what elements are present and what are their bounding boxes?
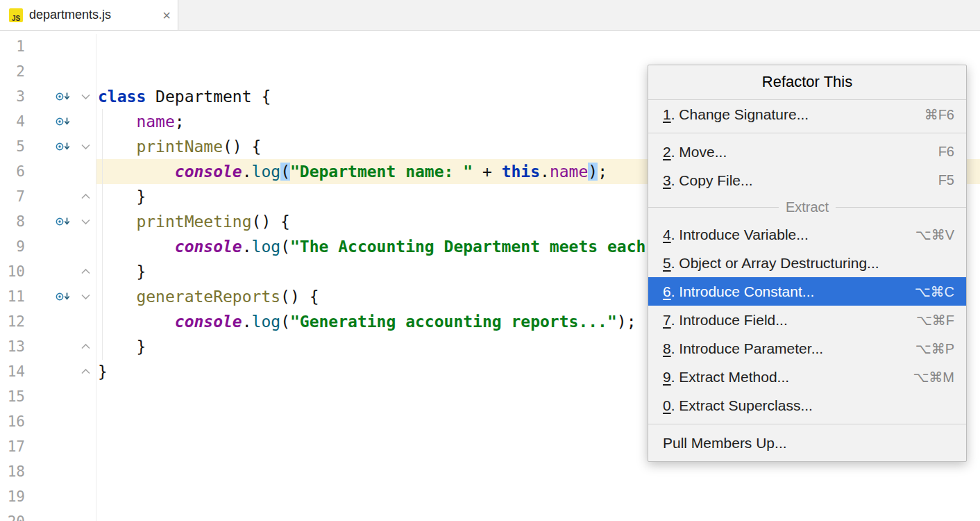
editor-line-18[interactable]: 18 [0, 459, 980, 484]
menu-item-5[interactable]: 5. Object or Array Destructuring... [648, 249, 966, 277]
implemented-marker-icon[interactable] [25, 284, 75, 309]
fold-down-icon[interactable] [75, 209, 96, 234]
menu-item-label: 1. Change Signature... [663, 106, 809, 123]
code-text[interactable] [96, 484, 980, 509]
implemented-marker-icon[interactable] [25, 134, 75, 159]
line-number: 8 [0, 209, 25, 234]
implemented-marker-icon[interactable] [25, 109, 75, 134]
fold-up-icon[interactable] [75, 334, 96, 359]
implemented-marker-icon[interactable] [25, 209, 75, 234]
menu-item-4[interactable]: 4. Introduce Variable...⌥⌘V [648, 220, 966, 249]
menu-shortcut: ⌥⌘M [896, 369, 954, 386]
line-number: 15 [0, 384, 25, 409]
code-text[interactable] [96, 509, 980, 521]
line-number: 5 [0, 134, 25, 159]
gutter-space [25, 159, 75, 184]
fold-space [75, 484, 96, 509]
line-number: 1 [0, 34, 25, 59]
line-number: 12 [0, 309, 25, 334]
menu-item-9[interactable]: 9. Extract Method...⌥⌘M [648, 363, 966, 391]
menu-item-label: 0. Extract Superclass... [663, 397, 813, 414]
menu-item-label: 8. Introduce Parameter... [663, 340, 823, 357]
line-number: 2 [0, 59, 25, 84]
menu-item-label: 4. Introduce Variable... [663, 226, 809, 243]
menu-shortcut: F6 [922, 144, 954, 160]
menu-item-label: 9. Extract Method... [663, 369, 789, 386]
gutter-space [25, 34, 75, 59]
refactor-this-popup: Refactor This 1. Change Signature...⌘F62… [648, 65, 967, 462]
gutter-space [25, 409, 75, 434]
line-number: 6 [0, 159, 25, 184]
gutter-space [25, 259, 75, 284]
gutter-space [25, 384, 75, 409]
fold-down-icon[interactable] [75, 284, 96, 309]
line-number: 20 [0, 509, 25, 521]
menu-item-label: Pull Members Up... [663, 435, 787, 452]
code-text[interactable] [96, 459, 980, 484]
editor-line-1[interactable]: 1 [0, 34, 980, 59]
menu-separator [648, 133, 966, 133]
gutter-space [25, 434, 75, 459]
menu-item-2[interactable]: 2. Move...F6 [648, 138, 966, 166]
line-number: 3 [0, 84, 25, 109]
tab-close-icon[interactable]: × [162, 8, 171, 22]
fold-space [75, 34, 96, 59]
fold-space [75, 384, 96, 409]
javascript-file-icon: JS [9, 8, 23, 22]
menu-shortcut: ⌥⌘V [899, 226, 954, 243]
editor-line-19[interactable]: 19 [0, 484, 980, 509]
code-text[interactable] [96, 34, 980, 59]
line-number: 14 [0, 359, 25, 384]
group-header-label: Extract [786, 199, 829, 215]
gutter-space [25, 459, 75, 484]
popup-title: Refactor This [648, 65, 966, 100]
menu-item-label: 3. Copy File... [663, 172, 753, 189]
fold-up-icon[interactable] [75, 359, 96, 384]
fold-space [75, 309, 96, 334]
menu-separator [648, 424, 966, 424]
tab-departments-js[interactable]: JS departments.js × [0, 0, 178, 30]
menu-shortcut: ⌥⌘P [899, 340, 954, 357]
implemented-marker-icon[interactable] [25, 84, 75, 109]
fold-space [75, 159, 96, 184]
menu-item-0[interactable]: 0. Extract Superclass... [648, 391, 966, 420]
menu-body: 1. Change Signature...⌘F62. Move...F63. … [648, 100, 966, 461]
line-number: 9 [0, 234, 25, 259]
ide-window: JS departments.js × 123class Department … [0, 0, 980, 521]
menu-item-3[interactable]: 3. Copy File...F5 [648, 166, 966, 195]
fold-space [75, 234, 96, 259]
extract-group-header: Extract [648, 199, 966, 215]
line-number: 4 [0, 109, 25, 134]
gutter-space [25, 484, 75, 509]
menu-item-pull-members-up-[interactable]: Pull Members Up... [648, 429, 966, 457]
gutter-space [25, 59, 75, 84]
menu-item-7[interactable]: 7. Introduce Field...⌥⌘F [648, 306, 966, 334]
menu-item-label: 7. Introduce Field... [663, 312, 788, 329]
menu-shortcut: ⌥⌘F [899, 312, 954, 329]
menu-item-6[interactable]: 6. Introduce Constant...⌥⌘C [648, 277, 966, 306]
line-number: 10 [0, 259, 25, 284]
menu-shortcut: ⌥⌘C [898, 283, 955, 300]
gutter-space [25, 359, 75, 384]
editor-line-20[interactable]: 20 [0, 509, 980, 521]
line-number: 19 [0, 484, 25, 509]
line-number: 7 [0, 184, 25, 209]
tab-title: departments.js [29, 8, 111, 22]
menu-item-8[interactable]: 8. Introduce Parameter...⌥⌘P [648, 334, 966, 363]
fold-up-icon[interactable] [75, 184, 96, 209]
fold-space [75, 59, 96, 84]
line-number: 11 [0, 284, 25, 309]
menu-item-label: 5. Object or Array Destructuring... [663, 255, 879, 272]
line-number: 16 [0, 409, 25, 434]
gutter-space [25, 334, 75, 359]
gutter-space [25, 309, 75, 334]
fold-down-icon[interactable] [75, 134, 96, 159]
line-number: 13 [0, 334, 25, 359]
menu-item-label: 6. Introduce Constant... [663, 283, 814, 300]
menu-item-label: 2. Move... [663, 144, 727, 160]
fold-down-icon[interactable] [75, 84, 96, 109]
fold-up-icon[interactable] [75, 259, 96, 284]
fold-space [75, 409, 96, 434]
menu-item-1[interactable]: 1. Change Signature...⌘F6 [648, 100, 966, 129]
line-number: 18 [0, 459, 25, 484]
